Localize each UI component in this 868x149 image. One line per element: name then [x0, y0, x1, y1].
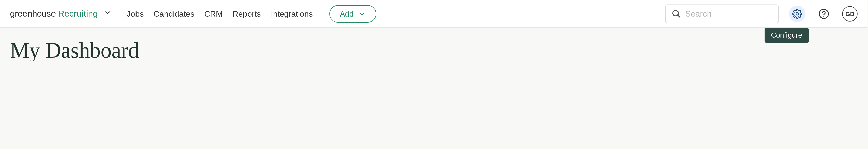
- search-box[interactable]: [665, 4, 779, 23]
- search-icon: [672, 9, 681, 18]
- chevron-down-icon: [103, 8, 111, 17]
- user-avatar[interactable]: GD: [842, 6, 858, 22]
- product-logo[interactable]: greenhouse Recruiting: [10, 8, 111, 19]
- svg-line-1: [678, 16, 680, 17]
- configure-button[interactable]: Configure: [789, 5, 805, 22]
- main-nav: Jobs Candidates CRM Reports Integrations: [127, 9, 313, 18]
- nav-integrations[interactable]: Integrations: [271, 9, 313, 18]
- nav-crm[interactable]: CRM: [205, 9, 223, 18]
- gear-icon: [792, 8, 802, 19]
- logo-greenhouse: greenhouse: [10, 8, 56, 19]
- svg-point-3: [819, 9, 828, 19]
- chevron-down-icon: [358, 9, 366, 18]
- logo-recruiting: Recruiting: [58, 8, 98, 19]
- nav-candidates[interactable]: Candidates: [154, 9, 194, 18]
- add-button-label: Add: [340, 9, 354, 18]
- avatar-initials: GD: [845, 10, 855, 17]
- nav-reports[interactable]: Reports: [232, 9, 261, 18]
- help-icon: [818, 8, 829, 19]
- page-title: My Dashboard: [10, 38, 858, 61]
- nav-jobs[interactable]: Jobs: [127, 9, 144, 18]
- help-button[interactable]: [815, 5, 832, 22]
- svg-point-2: [796, 12, 798, 15]
- top-navbar: greenhouse Recruiting Jobs Candidates CR…: [0, 0, 868, 28]
- configure-tooltip: Configure: [764, 28, 809, 42]
- search-input[interactable]: [685, 9, 790, 18]
- add-button[interactable]: Add: [329, 5, 376, 23]
